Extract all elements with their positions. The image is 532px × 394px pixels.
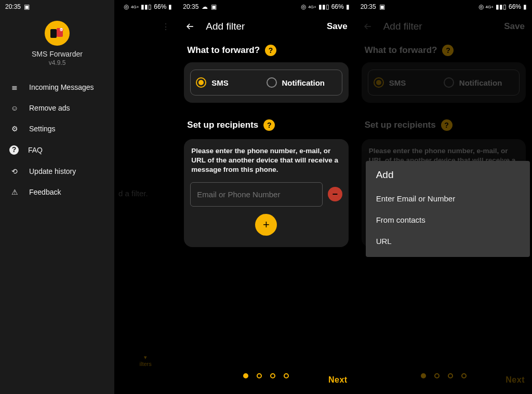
- hotspot-icon: ◎: [124, 3, 129, 10]
- history-icon: ⟲: [9, 167, 20, 175]
- battery-percent: 66%: [154, 3, 166, 10]
- next-button[interactable]: Next: [328, 375, 348, 385]
- network-type-label: 4G+: [131, 5, 139, 9]
- question-icon: ?: [9, 145, 19, 155]
- status-time: 20:35: [183, 3, 198, 10]
- network-type-label: 4G+: [308, 5, 316, 9]
- warning-icon: ⚠: [9, 188, 20, 196]
- radio-sms-label: SMS: [211, 78, 229, 87]
- menu-label: Settings: [29, 125, 56, 133]
- section-recipients-title: Set up recipients: [187, 120, 258, 130]
- status-bar: 20:35 ▣ ◎ 4G+ ▮▮▯ 66% ▮: [0, 0, 177, 13]
- menu-label: Feedback: [29, 188, 61, 196]
- nav-drawer: SMS SMS Forwarder v4.9.5 ≣ Incoming Mess…: [0, 0, 114, 394]
- section-recipients-header: Set up recipients ?: [184, 114, 348, 137]
- battery-percent: 66%: [509, 3, 521, 10]
- status-time: 20:35: [5, 3, 21, 10]
- help-icon[interactable]: ?: [263, 119, 275, 131]
- status-bar: 20:35 ▣ ◎ 4G+ ▮▮▯ 66% ▮: [355, 0, 532, 13]
- menu-item-faq[interactable]: ? FAQ: [0, 139, 114, 161]
- app-bar: Add filter Save: [178, 13, 354, 39]
- menu-item-incoming[interactable]: ≣ Incoming Messages: [0, 77, 114, 98]
- radio-circle-icon: [196, 77, 206, 88]
- pager-dot: [284, 373, 289, 378]
- cloud-icon: ☁: [202, 3, 208, 10]
- screen-add-filter-popup: 20:35 ▣ ◎ 4G+ ▮▮▯ 66% ▮ Add filter Save …: [355, 0, 532, 394]
- menu-label: Remove ads: [29, 104, 70, 112]
- screen-add-filter: 20:35 ☁ ▣ ◎ 4G+ ▮▮▯ 66% ▮ Add filter Sav…: [177, 0, 354, 394]
- popup-item-contacts[interactable]: From contacts: [376, 209, 520, 230]
- save-button[interactable]: Save: [327, 21, 348, 32]
- signal-bars-icon: ▮▮▯: [141, 3, 152, 10]
- network-type-label: 4G+: [486, 5, 494, 9]
- image-icon: ▣: [211, 3, 217, 10]
- gear-icon: ⚙: [9, 125, 20, 133]
- app-logo-icon: SMS: [45, 21, 70, 46]
- section-forward-header: What to forward? ?: [184, 39, 348, 62]
- image-icon: ▣: [24, 3, 30, 10]
- radio-notification[interactable]: Notification: [267, 77, 337, 88]
- forward-radio-group: SMS Notification: [190, 70, 342, 96]
- battery-icon: ▮: [168, 3, 172, 10]
- menu-label: Update history: [29, 167, 76, 175]
- remove-recipient-icon[interactable]: −: [328, 187, 342, 201]
- forward-card: SMS Notification: [184, 62, 348, 103]
- help-icon[interactable]: ?: [265, 45, 276, 56]
- menu-item-feedback[interactable]: ⚠ Feedback: [0, 182, 114, 202]
- menu-list: ≣ Incoming Messages ☺ Remove ads ⚙ Setti…: [0, 77, 114, 202]
- hotspot-icon: ◎: [301, 3, 306, 10]
- pager-dot: [243, 373, 248, 378]
- signal-bars-icon: ▮▮▯: [318, 3, 329, 10]
- battery-percent: 66%: [331, 3, 344, 10]
- menu-item-history[interactable]: ⟲ Update history: [0, 161, 114, 182]
- status-bar: 20:35 ☁ ▣ ◎ 4G+ ▮▮▯ 66% ▮: [178, 0, 354, 13]
- status-time: 20:35: [361, 3, 376, 10]
- pager-dot: [270, 373, 275, 378]
- radio-notification-label: Notification: [282, 78, 325, 87]
- popup-title: Add: [376, 169, 520, 181]
- app-name: SMS Forwarder: [32, 50, 83, 58]
- popup-item-email[interactable]: Enter Email or Number: [376, 188, 520, 209]
- battery-icon: ▮: [523, 3, 527, 10]
- recipient-row: −: [190, 182, 342, 207]
- menu-label: Incoming Messages: [29, 83, 94, 91]
- radio-sms[interactable]: SMS: [196, 77, 266, 88]
- image-icon: ▣: [379, 3, 385, 10]
- screen-drawer: 20:35 ▣ ◎ 4G+ ▮▮▯ 66% ▮ ⋮ d a filter. ▾ …: [0, 0, 177, 394]
- app-version: v4.9.5: [49, 59, 66, 66]
- menu-label: FAQ: [28, 146, 43, 154]
- popup-item-url[interactable]: URL: [376, 230, 520, 252]
- battery-icon: ▮: [346, 3, 350, 10]
- section-forward-title: What to forward?: [187, 45, 260, 56]
- hotspot-icon: ◎: [478, 3, 484, 10]
- back-arrow-icon[interactable]: [185, 21, 195, 32]
- radio-circle-icon: [267, 77, 277, 88]
- add-recipient-button[interactable]: +: [255, 214, 277, 236]
- recipients-description: Please enter the phone number, e-mail, o…: [190, 146, 342, 182]
- list-icon: ≣: [9, 83, 20, 91]
- smiley-icon: ☺: [9, 104, 20, 112]
- recipients-card: Please enter the phone number, e-mail, o…: [184, 139, 348, 247]
- page-title: Add filter: [206, 21, 245, 32]
- signal-bars-icon: ▮▮▯: [496, 3, 507, 10]
- content: What to forward? ? SMS Notification Set …: [178, 39, 354, 247]
- svg-rect-0: [50, 29, 57, 38]
- svg-text:SMS: SMS: [59, 29, 64, 31]
- add-recipient-popup: Add Enter Email or Number From contacts …: [366, 161, 530, 257]
- drawer-header: SMS SMS Forwarder v4.9.5: [0, 21, 114, 77]
- menu-item-settings[interactable]: ⚙ Settings: [0, 118, 114, 139]
- recipient-input[interactable]: [190, 182, 322, 207]
- menu-item-remove-ads[interactable]: ☺ Remove ads: [0, 98, 114, 118]
- pager-dot: [257, 373, 262, 378]
